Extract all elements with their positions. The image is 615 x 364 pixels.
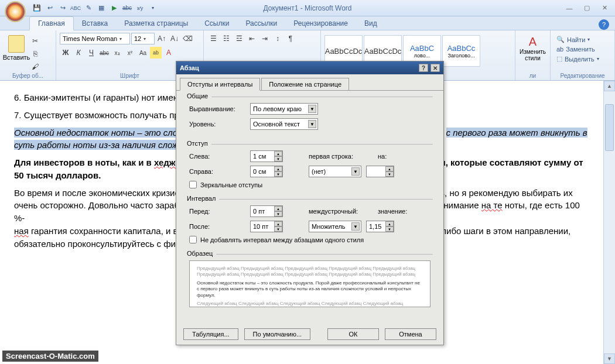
replace-button[interactable]: abЗаменить: [554, 45, 611, 53]
scroll-thumb[interactable]: [605, 104, 614, 151]
window-controls: — ▢ ✕: [562, 4, 615, 13]
fraction-icon[interactable]: x⁄y: [135, 3, 145, 13]
bullets-icon[interactable]: ☰: [207, 33, 219, 44]
highlight-button[interactable]: ab: [150, 47, 162, 59]
tab-view[interactable]: Вид: [356, 17, 385, 30]
change-styles-button[interactable]: A Изменить стили: [519, 33, 546, 61]
style-item[interactable]: AaBbCcЗаголово...: [442, 35, 480, 67]
font-size-combo[interactable]: 12▾: [131, 33, 155, 44]
by-spinner[interactable]: ▲▼: [366, 166, 394, 177]
pilcrow-icon[interactable]: ¶: [285, 33, 296, 44]
play-icon[interactable]: ▶: [109, 3, 119, 13]
tab-insert[interactable]: Вставка: [74, 17, 117, 30]
tab-review[interactable]: Рецензирование: [285, 17, 356, 30]
dialog-close-button[interactable]: ✕: [430, 64, 440, 72]
office-button[interactable]: [5, 1, 26, 22]
cancel-button[interactable]: Отмена: [385, 328, 436, 340]
scroll-up-button[interactable]: ▲: [604, 81, 615, 91]
by-label: на:: [378, 153, 413, 160]
tab-mail[interactable]: Рассылки: [237, 17, 285, 30]
mirror-checkbox[interactable]: Зеркальные отступы: [189, 181, 430, 188]
replace-icon: ab: [556, 46, 563, 53]
find-button[interactable]: 🔍Найти▾: [554, 35, 611, 44]
dialog-titlebar[interactable]: Абзац ? ✕: [176, 61, 443, 74]
sample-preview: Предыдущий абзац Предыдущий абзац Предыд…: [189, 260, 430, 307]
font-color-button[interactable]: A: [163, 47, 175, 59]
noadd-checkbox[interactable]: Не добавлять интервал между абзацами одн…: [189, 236, 430, 243]
vertical-scrollbar[interactable]: ▲ ▼: [603, 81, 615, 364]
sample-legend: Образец: [187, 250, 216, 257]
left-label: Слева:: [189, 153, 245, 160]
minimize-button[interactable]: —: [562, 4, 576, 13]
general-legend: Общие: [187, 92, 211, 99]
font-name-combo[interactable]: Times New Roman▾: [60, 33, 130, 44]
cut-icon[interactable]: ✂: [29, 35, 41, 47]
spellcheck-icon[interactable]: ABC: [70, 3, 81, 13]
indent-legend: Отступ: [187, 140, 211, 147]
alignment-label: Выравнивание:: [189, 105, 245, 112]
clear-format-icon[interactable]: ⌫: [182, 33, 193, 44]
before-spinner[interactable]: 0 пт▲▼: [250, 205, 283, 217]
save-icon[interactable]: 💾: [32, 3, 42, 13]
qat-more-icon[interactable]: ▾: [148, 3, 158, 13]
editing-group-label: Редактирование: [551, 73, 614, 79]
after-spinner[interactable]: 10 пт▲▼: [250, 221, 283, 232]
shrink-font-icon[interactable]: A↓: [169, 33, 180, 44]
doc-icon[interactable]: ▦: [96, 3, 107, 13]
default-button[interactable]: По умолчанию...: [244, 328, 311, 340]
copy-icon[interactable]: ⎘: [29, 48, 41, 60]
at-spinner[interactable]: 1,15▲▼: [366, 221, 394, 232]
indent-inc-icon[interactable]: ⇥: [259, 33, 271, 44]
tab-indents[interactable]: Отступы и интервалы: [180, 78, 260, 91]
maximize-button[interactable]: ▢: [580, 4, 594, 13]
at-label: значение:: [378, 208, 413, 215]
styles-group-label: ли: [515, 73, 550, 79]
multilevel-icon[interactable]: ☲: [233, 33, 245, 44]
sort-icon[interactable]: ↕: [272, 33, 283, 44]
firstline-combo[interactable]: (нет)▼: [309, 166, 361, 177]
ok-button[interactable]: ОК: [327, 328, 379, 340]
grow-font-icon[interactable]: A↑: [156, 33, 168, 44]
help-icon[interactable]: ?: [599, 19, 609, 30]
strike-icon[interactable]: abc: [122, 3, 132, 13]
tabs-button[interactable]: Табуляция...: [183, 328, 238, 340]
right-spinner[interactable]: 0 см▲▼: [250, 166, 283, 177]
italic-button[interactable]: К: [73, 47, 84, 59]
left-spinner[interactable]: 1 см▲▼: [250, 150, 283, 162]
before-label: Перед:: [189, 208, 245, 215]
edit-icon[interactable]: ✎: [83, 3, 94, 13]
spacing-legend: Интервал: [187, 195, 219, 202]
alignment-combo[interactable]: По левому краю▼: [250, 103, 318, 115]
select-button[interactable]: ⬚Выделить▾: [554, 54, 611, 63]
level-combo[interactable]: Основной текст▼: [250, 118, 318, 130]
superscript-button[interactable]: x²: [124, 47, 136, 59]
indent-dec-icon[interactable]: ⇤: [246, 33, 258, 44]
close-button[interactable]: ✕: [597, 4, 611, 13]
binoculars-icon: 🔍: [556, 36, 565, 43]
tab-home[interactable]: Главная: [29, 16, 74, 30]
tab-layout[interactable]: Разметка страницы: [116, 17, 196, 30]
change-case-button[interactable]: Aa: [137, 47, 149, 59]
linespace-combo[interactable]: Множитель▼: [309, 221, 361, 232]
ribbon-tabs: Главная Вставка Разметка страницы Ссылки…: [0, 16, 615, 30]
clipboard-icon: [8, 35, 25, 53]
undo-icon[interactable]: ↩: [45, 3, 55, 13]
tab-position[interactable]: Положение на странице: [261, 78, 349, 91]
linespace-label: междустрочный:: [309, 208, 373, 215]
scroll-down-button[interactable]: ▼: [604, 353, 615, 364]
paste-button[interactable]: Вставить: [4, 33, 29, 73]
dialog-help-button[interactable]: ?: [419, 64, 428, 72]
clipboard-group-label: Буфер об...: [0, 73, 56, 79]
format-painter-icon[interactable]: 🖌: [29, 61, 41, 73]
quick-access-toolbar: 💾 ↩ ↪ ABC ✎ ▦ ▶ abc x⁄y ▾: [32, 3, 158, 13]
redo-icon[interactable]: ↪: [57, 3, 68, 13]
dialog-tabs: Отступы и интервалы Положение на страниц…: [176, 74, 443, 91]
subscript-button[interactable]: x₂: [111, 47, 123, 59]
strike-button[interactable]: abc: [98, 47, 110, 59]
underline-button[interactable]: Ч: [86, 47, 97, 59]
numbering-icon[interactable]: ☷: [220, 33, 232, 44]
level-label: Уровень:: [189, 121, 245, 128]
paragraph-dialog: Абзац ? ✕ Отступы и интервалы Положение …: [176, 61, 444, 345]
bold-button[interactable]: Ж: [60, 47, 71, 59]
tab-references[interactable]: Ссылки: [196, 17, 237, 30]
